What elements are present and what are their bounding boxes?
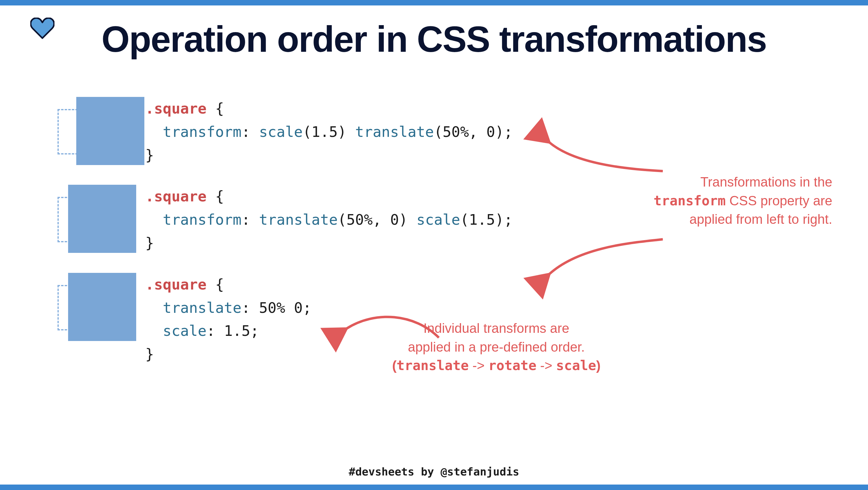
footer-hashtag: #devsheets bbox=[349, 465, 414, 478]
transformed-box bbox=[76, 97, 144, 165]
transform-diagram-3 bbox=[58, 273, 145, 343]
page-title: Operation order in CSS transformations bbox=[0, 18, 868, 60]
example-row: .square { transform: translate(50%, 0) s… bbox=[58, 185, 542, 254]
css-selector: .square bbox=[145, 100, 207, 117]
footer-credit: #devsheets by @stefanjudis bbox=[0, 465, 868, 478]
arrow-to-example-3 bbox=[339, 306, 442, 342]
footer-by: by bbox=[414, 465, 441, 478]
annotation-order-sequence: (translate -> rotate -> scale) bbox=[381, 356, 611, 375]
css-property: transform bbox=[163, 123, 242, 140]
bottom-border-bar bbox=[0, 485, 868, 490]
transform-diagram-1 bbox=[58, 97, 145, 167]
transformed-box bbox=[68, 185, 136, 253]
arrow-to-example-1 bbox=[542, 124, 669, 179]
annotation-transform-order: Transformations in the transform CSS pro… bbox=[551, 173, 832, 229]
arrow-to-example-2 bbox=[542, 233, 669, 288]
transform-diagram-2 bbox=[58, 185, 145, 254]
css-selector: .square bbox=[145, 276, 207, 293]
code-block-3: .square { translate: 50% 0; scale: 1.5; … bbox=[145, 273, 311, 366]
annotation-line: transform CSS property are bbox=[551, 192, 832, 210]
css-property: scale bbox=[163, 322, 207, 339]
transformed-box bbox=[68, 273, 136, 341]
css-selector: .square bbox=[145, 188, 207, 205]
example-row: .square { transform: scale(1.5) translat… bbox=[58, 97, 542, 167]
code-block-2: .square { transform: translate(50%, 0) s… bbox=[145, 185, 513, 254]
top-border-bar bbox=[0, 0, 868, 5]
annotation-line: applied from left to right. bbox=[551, 210, 832, 229]
css-property: translate bbox=[163, 299, 242, 316]
css-property: transform bbox=[163, 211, 242, 228]
footer-handle: @stefanjudis bbox=[441, 465, 519, 478]
code-block-1: .square { transform: scale(1.5) translat… bbox=[145, 97, 513, 167]
